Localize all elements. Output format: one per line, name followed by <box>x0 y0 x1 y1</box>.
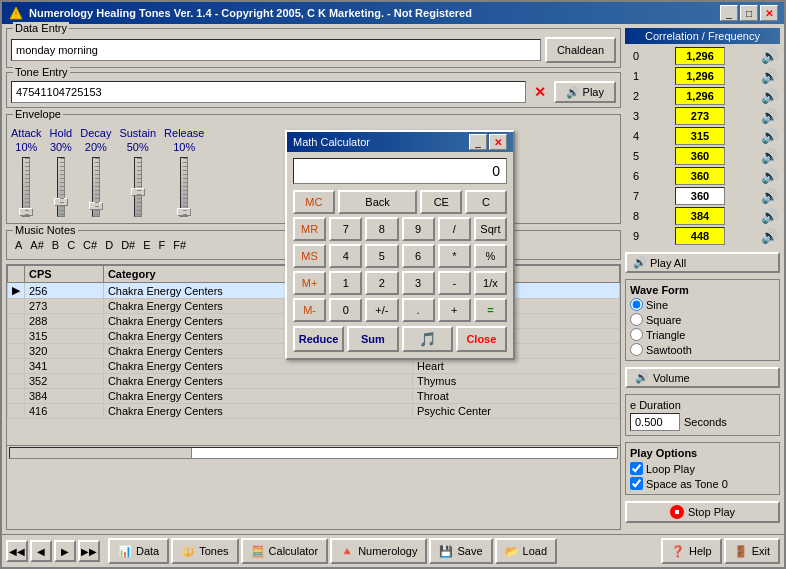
freq-speaker-0[interactable]: 🔊 <box>761 48 778 64</box>
calc-add-button[interactable]: + <box>438 298 471 322</box>
table-row[interactable]: 341 Chakra Energy Centers Heart <box>8 359 620 374</box>
calc-9-button[interactable]: 9 <box>402 217 435 241</box>
stop-play-button[interactable]: Stop Play <box>625 501 780 523</box>
calc-3-button[interactable]: 3 <box>402 271 435 295</box>
freq-speaker-4[interactable]: 🔊 <box>761 128 778 144</box>
waveform-radio-square[interactable] <box>630 313 643 326</box>
freq-speaker-2[interactable]: 🔊 <box>761 88 778 104</box>
calc-close-button[interactable]: Close <box>456 326 507 352</box>
calc-6-button[interactable]: 6 <box>402 244 435 268</box>
calc-music-button[interactable]: 🎵 <box>402 326 453 352</box>
waveform-option-square[interactable]: Square <box>630 313 775 326</box>
maximize-button[interactable]: □ <box>740 5 758 21</box>
attack-slider[interactable] <box>22 157 30 217</box>
note-e[interactable]: E <box>143 239 150 251</box>
release-slider[interactable] <box>180 157 188 217</box>
note-asharp[interactable]: A# <box>30 239 43 251</box>
note-f[interactable]: F <box>159 239 166 251</box>
waveform-option-sawtooth[interactable]: Sawtooth <box>630 343 775 356</box>
waveform-radio-sine[interactable] <box>630 298 643 311</box>
space-as-tone-checkbox[interactable] <box>630 477 643 490</box>
calc-inv-button[interactable]: 1/x <box>474 271 507 295</box>
calc-mc-button[interactable]: MC <box>293 190 335 214</box>
calculator-toolbar-button[interactable]: 🧮 Calculator <box>241 538 329 564</box>
save-toolbar-button[interactable]: 💾 Save <box>429 538 492 564</box>
decay-slider[interactable] <box>92 157 100 217</box>
calc-c-button[interactable]: C <box>465 190 507 214</box>
calc-dot-button[interactable]: . <box>402 298 435 322</box>
calc-mminus-button[interactable]: M- <box>293 298 326 322</box>
clear-button[interactable]: ✕ <box>530 84 550 100</box>
freq-speaker-8[interactable]: 🔊 <box>761 208 778 224</box>
waveform-option-triangle[interactable]: Triangle <box>630 328 775 341</box>
freq-speaker-5[interactable]: 🔊 <box>761 148 778 164</box>
calc-ce-button[interactable]: CE <box>420 190 462 214</box>
freq-speaker-1[interactable]: 🔊 <box>761 68 778 84</box>
nav-prev-button[interactable]: ◀ <box>30 540 52 562</box>
nav-play-button[interactable]: ▶ <box>54 540 76 562</box>
waveform-radio-sawtooth[interactable] <box>630 343 643 356</box>
nav-last-button[interactable]: ▶▶ <box>78 540 100 562</box>
help-toolbar-button[interactable]: ❓ Help <box>661 538 722 564</box>
calc-4-button[interactable]: 4 <box>329 244 362 268</box>
calc-negate-button[interactable]: +/- <box>365 298 398 322</box>
note-fsharp[interactable]: F# <box>173 239 186 251</box>
calc-ms-button[interactable]: MS <box>293 244 326 268</box>
volume-button[interactable]: 🔊 Volume <box>625 367 780 388</box>
exit-toolbar-button[interactable]: 🚪 Exit <box>724 538 780 564</box>
calc-reduce-button[interactable]: Reduce <box>293 326 344 352</box>
chaldean-button[interactable]: Chaldean <box>545 37 616 63</box>
data-toolbar-button[interactable]: 📊 Data <box>108 538 169 564</box>
calc-0-button[interactable]: 0 <box>329 298 362 322</box>
calc-mplus-button[interactable]: M+ <box>293 271 326 295</box>
table-row[interactable]: 384 Chakra Energy Centers Throat <box>8 389 620 404</box>
col-cps[interactable]: CPS <box>25 266 104 283</box>
note-a[interactable]: A <box>15 239 22 251</box>
freq-speaker-7[interactable]: 🔊 <box>761 188 778 204</box>
loop-play-checkbox[interactable] <box>630 462 643 475</box>
hold-slider[interactable] <box>57 157 65 217</box>
calc-mul-button[interactable]: * <box>438 244 471 268</box>
play-all-button[interactable]: 🔊 Play All <box>625 252 780 273</box>
waveform-option-sine[interactable]: Sine <box>630 298 775 311</box>
calc-equals-button[interactable]: = <box>474 298 507 322</box>
close-button[interactable]: ✕ <box>760 5 778 21</box>
freq-speaker-3[interactable]: 🔊 <box>761 108 778 124</box>
freq-index-2: 2 <box>627 90 639 102</box>
calc-1-button[interactable]: 1 <box>329 271 362 295</box>
calc-mr-button[interactable]: MR <box>293 217 326 241</box>
calc-back-button[interactable]: Back <box>338 190 418 214</box>
calc-close-button[interactable]: ✕ <box>489 134 507 150</box>
load-toolbar-button[interactable]: 📂 Load <box>495 538 557 564</box>
note-csharp[interactable]: C# <box>83 239 97 251</box>
table-row[interactable]: 416 Chakra Energy Centers Psychic Center <box>8 404 620 419</box>
calc-7-button[interactable]: 7 <box>329 217 362 241</box>
nav-first-button[interactable]: ◀◀ <box>6 540 28 562</box>
duration-input[interactable]: 0.500 <box>630 413 680 431</box>
calc-2-button[interactable]: 2 <box>365 271 398 295</box>
play-button[interactable]: 🔊 Play <box>554 81 616 103</box>
table-row[interactable]: 352 Chakra Energy Centers Thymus <box>8 374 620 389</box>
calc-sum-button[interactable]: Sum <box>347 326 398 352</box>
note-c[interactable]: C <box>67 239 75 251</box>
hold-value: 30% <box>50 141 72 153</box>
calc-8-button[interactable]: 8 <box>365 217 398 241</box>
freq-speaker-9[interactable]: 🔊 <box>761 228 778 244</box>
tones-toolbar-button[interactable]: 🔱 Tones <box>171 538 238 564</box>
calc-pct-button[interactable]: % <box>474 244 507 268</box>
tone-input[interactable]: 47541104725153 <box>11 81 526 103</box>
calc-5-button[interactable]: 5 <box>365 244 398 268</box>
calc-sub-button[interactable]: - <box>438 271 471 295</box>
waveform-radio-triangle[interactable] <box>630 328 643 341</box>
note-d[interactable]: D <box>105 239 113 251</box>
freq-speaker-6[interactable]: 🔊 <box>761 168 778 184</box>
note-b[interactable]: B <box>52 239 59 251</box>
minimize-button[interactable]: _ <box>720 5 738 21</box>
calc-minimize-button[interactable]: _ <box>469 134 487 150</box>
numerology-toolbar-button[interactable]: 🔺 Numerology <box>330 538 427 564</box>
calc-sqrt-button[interactable]: Sqrt <box>474 217 507 241</box>
sustain-slider[interactable] <box>134 157 142 217</box>
data-input[interactable]: monday morning <box>11 39 541 61</box>
note-dsharp[interactable]: D# <box>121 239 135 251</box>
calc-div-button[interactable]: / <box>438 217 471 241</box>
